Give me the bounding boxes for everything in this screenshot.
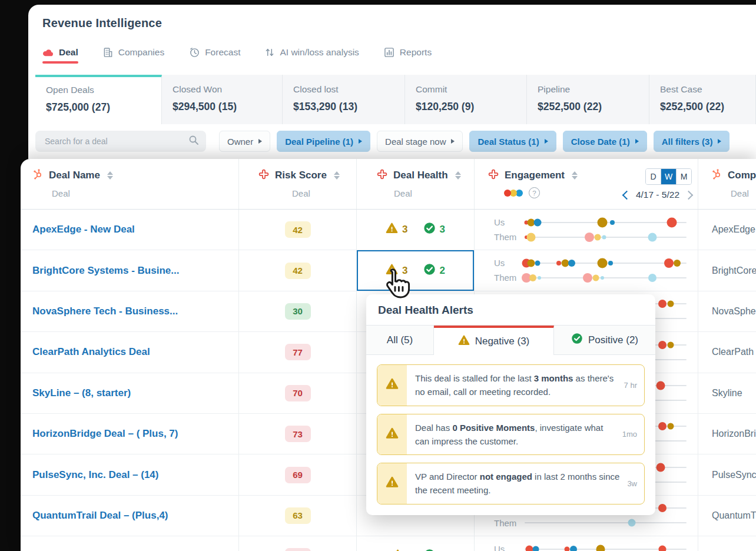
filter-chip-deal-status-1-[interactable]: Deal Status (1) <box>469 131 556 152</box>
sort-control[interactable] <box>572 171 578 180</box>
filter-chip-close-date-1-[interactable]: Close Date (1) <box>563 131 647 152</box>
engagement-dot <box>583 273 592 283</box>
companies-tab-icon <box>103 47 113 58</box>
top-panel: Revenue Intelligence DealCompaniesForeca… <box>28 5 756 159</box>
negative-alerts: 3 <box>386 222 407 237</box>
column-header-risk-score[interactable]: Risk Score Deal <box>238 159 356 209</box>
risk-score-cell: 70 <box>238 373 356 413</box>
search-icon <box>188 135 199 148</box>
engagement-dot <box>601 276 604 280</box>
popover-tab-negative-3-[interactable]: Negative (3) <box>434 326 554 355</box>
engagement-cell[interactable]: UsThem <box>474 250 698 290</box>
engagement-dot <box>658 341 667 349</box>
tab-ai[interactable]: AI win/loss analysis <box>265 47 359 67</box>
deal-link[interactable]: BrightCore Systems - Busine... <box>32 265 179 277</box>
summary-card-closed-lost[interactable]: Closed lost$153,290 (13) <box>283 75 405 124</box>
search-input[interactable] <box>44 136 188 147</box>
chip-label: Deal Pipeline (1) <box>285 137 353 147</box>
period-option-m[interactable]: M <box>676 169 691 184</box>
legend-dot <box>504 190 511 197</box>
sort-control[interactable] <box>334 171 340 180</box>
engagement-cell[interactable]: UsThem <box>474 536 698 551</box>
cross-icon <box>376 168 388 182</box>
filter-chip-deal-stage-now[interactable]: Deal stage now <box>377 131 463 152</box>
negative-alerts <box>392 549 408 551</box>
deal-health-cell[interactable]: 32 <box>356 250 474 290</box>
deal-health-alerts-popover: Deal Health Alerts All (5)Negative (3)Po… <box>366 294 655 515</box>
engagement-dot <box>598 217 608 227</box>
table-row: BrightCore Systems - Busine...4232UsThem… <box>21 250 756 291</box>
column-header-engagement[interactable]: Engagement ? DWM 4/17 - 5/22 <box>474 159 698 209</box>
deal-name-cell: BrightCore Systems - Busine... <box>21 250 238 290</box>
search-box[interactable] <box>35 131 206 152</box>
filter-chip-deal-pipeline-1-[interactable]: Deal Pipeline (1) <box>277 131 370 152</box>
chip-label: Owner <box>227 137 253 147</box>
summary-card-commit[interactable]: Commit$120,250 (9) <box>405 75 527 124</box>
tab-reports[interactable]: Reports <box>384 47 432 67</box>
column-header-deal-name[interactable]: Deal Name Deal <box>21 159 238 209</box>
deal-link[interactable]: NovaSphere Tech - Business... <box>32 306 178 317</box>
summary-card-open-deals[interactable]: Open Deals$725,000 (27) <box>35 75 162 124</box>
negative-count: 3 <box>402 265 407 277</box>
engagement-dot <box>667 217 677 227</box>
column-header-company[interactable]: Comp Deal <box>698 159 756 209</box>
chevron-right-icon <box>258 139 262 144</box>
summary-card-best-case[interactable]: Best Case$252,500 (22) <box>649 75 756 124</box>
help-icon[interactable]: ? <box>529 187 540 198</box>
deal-link[interactable]: QuantumTrail Deal – (Plus,4) <box>32 510 168 522</box>
deal-name-cell <box>21 536 238 551</box>
summary-card-pipeline[interactable]: Pipeline$252,500 (22) <box>527 75 649 124</box>
deal-health-cell[interactable]: 33 <box>356 210 474 250</box>
tab-label: Companies <box>118 47 164 58</box>
risk-score-badge <box>285 548 311 551</box>
engagement-track <box>525 270 687 285</box>
tab-companies[interactable]: Companies <box>103 47 164 67</box>
card-value: $725,000 (27) <box>46 101 161 114</box>
engagement-dot <box>570 546 577 551</box>
them-label: Them <box>494 518 525 528</box>
engagement-dot <box>667 423 674 430</box>
cross-icon <box>258 168 270 182</box>
warning-icon <box>386 263 398 278</box>
engagement-cell[interactable]: UsThem <box>474 210 698 250</box>
sort-control[interactable] <box>107 171 113 180</box>
warning-icon <box>386 476 399 491</box>
deal-link[interactable]: SkyLine – (8, starter) <box>32 387 131 399</box>
column-header-deal-health[interactable]: Deal Health Deal <box>356 159 474 209</box>
chevron-right-icon[interactable] <box>684 190 694 200</box>
popover-tab-positive-2-[interactable]: Positive (2) <box>554 326 655 355</box>
period-option-d[interactable]: D <box>646 169 661 184</box>
engagement-dot <box>608 261 613 265</box>
chevron-right-icon <box>451 139 455 144</box>
deal-link[interactable]: ClearPath Analytics Deal <box>32 346 150 358</box>
deal-link[interactable]: ApexEdge - New Deal <box>32 224 135 235</box>
tab-forecast[interactable]: Forecast <box>189 47 240 67</box>
chevron-left-icon[interactable] <box>622 190 632 200</box>
summary-card-closed-won[interactable]: Closed Won$294,500 (15) <box>162 75 283 124</box>
filter-chip-all-filters-3-[interactable]: All filters (3) <box>654 131 730 152</box>
deal-health-cell[interactable] <box>356 536 474 551</box>
deal-link[interactable]: HorizonBridge Deal – ( Plus, 7) <box>32 428 178 440</box>
warning-icon <box>458 334 470 349</box>
filter-chip-owner[interactable]: Owner <box>219 131 270 152</box>
deal-link[interactable]: PulseSync, Inc. Deal – (14) <box>32 469 158 481</box>
positive-alerts: 3 <box>423 222 445 237</box>
sort-control[interactable] <box>455 171 461 180</box>
engagement-dot <box>656 463 665 472</box>
alert-stripe <box>377 414 407 455</box>
tab-deal[interactable]: Deal <box>42 47 78 67</box>
popover-tab-all-5-[interactable]: All (5) <box>366 326 434 355</box>
warning-icon <box>386 427 399 442</box>
us-label: Us <box>494 544 525 551</box>
filter-bar: OwnerDeal Pipeline (1)Deal stage nowDeal… <box>35 131 730 152</box>
alert-text: VP and Director not engaged in last 2 mo… <box>407 463 627 504</box>
risk-score-cell: 42 <box>238 250 356 290</box>
risk-score-badge: 77 <box>285 344 311 360</box>
engagement-dot <box>598 258 608 268</box>
positive-alerts: 2 <box>423 263 445 278</box>
tab-label: Forecast <box>205 47 240 58</box>
check-icon <box>571 333 583 347</box>
card-label: Closed lost <box>293 84 404 95</box>
period-option-w[interactable]: W <box>661 169 676 184</box>
popover-tabs: All (5)Negative (3)Positive (2) <box>366 326 655 355</box>
